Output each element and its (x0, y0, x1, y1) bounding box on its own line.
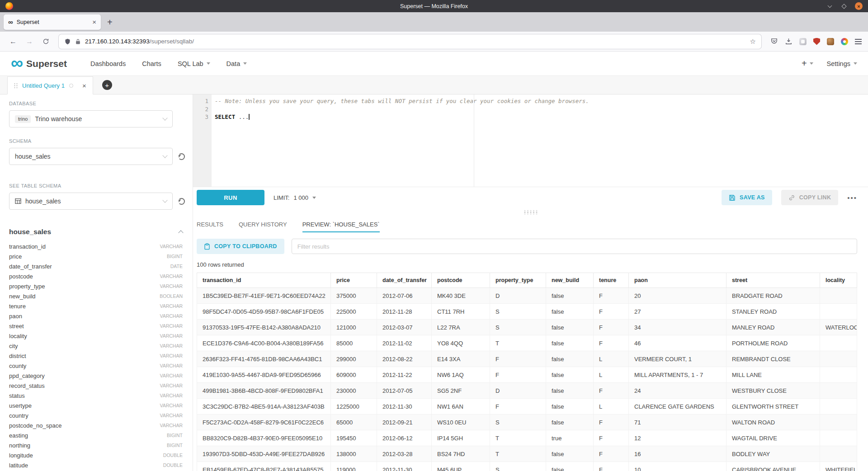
table-cell: 2012-11-22 (377, 367, 432, 383)
table-cell: NW6 1AQ (432, 367, 490, 383)
window-minimize-button[interactable] (826, 3, 833, 10)
table-select[interactable]: house_sales (9, 193, 173, 210)
column-header[interactable]: new_build (546, 273, 594, 288)
limit-dropdown[interactable]: LIMIT: 1 000 (274, 194, 316, 201)
schema-refresh-button[interactable] (178, 153, 185, 160)
column-header[interactable]: transaction_id (197, 273, 331, 288)
ublock-extension-icon[interactable] (813, 38, 820, 45)
schema-label: SCHEMA (9, 138, 184, 144)
column-name: latitude (9, 462, 28, 469)
browser-tab[interactable]: ∞ Superset × (4, 14, 101, 30)
table-cell: F (490, 399, 546, 414)
extension-puzzle-icon[interactable] (799, 38, 807, 45)
add-new-button[interactable]: + (802, 58, 813, 69)
superset-logo[interactable]: ∞ Superset (11, 58, 67, 69)
query-tab[interactable]: Untitled Query 1 × (7, 76, 93, 94)
schema-column-row: priceBIGINT (9, 251, 184, 261)
table-cell (820, 383, 857, 399)
tab-results[interactable]: RESULTS (197, 216, 223, 232)
new-tab-button[interactable]: + (107, 18, 113, 27)
add-query-tab-button[interactable]: + (102, 80, 112, 90)
settings-menu[interactable]: Settings (827, 60, 857, 67)
table-cell: F (594, 414, 629, 430)
results-header-row: transaction_idpricedate_of_transferpostc… (197, 273, 857, 288)
column-header[interactable]: paon (629, 273, 726, 288)
url-bar[interactable]: 217.160.120.143:32393/superset/sqllab/ ☆ (59, 34, 761, 49)
line-number: 2 (193, 105, 208, 113)
downloads-icon[interactable] (785, 38, 793, 45)
column-header[interactable]: tenure (594, 273, 629, 288)
pocket-icon[interactable] (770, 38, 778, 45)
query-tab-status-icon (69, 84, 73, 88)
caret-down-icon (854, 62, 857, 65)
copy-link-button[interactable]: COPY LINK (781, 190, 839, 205)
schema-column-row: cityVARCHAR (9, 341, 184, 351)
forward-button[interactable]: → (23, 35, 36, 48)
schema-column-row: date_of_transferDATE (9, 261, 184, 271)
run-button[interactable]: RUN (197, 190, 264, 205)
column-name: ppd_category (9, 372, 45, 379)
table-cell: 12 (629, 430, 726, 446)
column-type: VARCHAR (160, 373, 183, 378)
window-close-button[interactable]: × (855, 2, 863, 10)
table-cell: 2012-07-05 (377, 383, 432, 399)
table-cell (820, 367, 857, 383)
back-button[interactable]: ← (6, 35, 20, 48)
reload-button[interactable] (39, 35, 52, 48)
nav-dashboards[interactable]: Dashboards (90, 60, 126, 67)
table-row: 419E1030-9A55-4467-8DA9-9FED95D659666090… (197, 367, 857, 383)
schema-column-row: tenureVARCHAR (9, 301, 184, 311)
lock-icon[interactable] (75, 38, 81, 45)
tab-query-history[interactable]: QUERY HISTORY (239, 216, 287, 232)
column-name: price (9, 253, 22, 260)
table-cell: SG5 2NF (432, 383, 490, 399)
filter-results-input[interactable] (292, 239, 857, 254)
schema-column-row: transaction_idVARCHAR (9, 241, 184, 251)
monkey-extension-icon[interactable] (827, 38, 834, 45)
save-icon (729, 194, 736, 201)
copy-to-clipboard-button[interactable]: COPY TO CLIPBOARD (197, 239, 284, 254)
pinwheel-extension-icon[interactable] (841, 38, 848, 45)
app-header: ∞ Superset Dashboards Charts SQL Lab Dat… (0, 52, 868, 76)
table-cell: MILL APARTMENTS, 1 - 7 (629, 367, 726, 383)
table-cell: 98F5DC47-0D05-4D59-95B7-98CA6F1FDE05 (197, 304, 331, 320)
table-cell: 225000 (331, 304, 377, 320)
table-cell: 46 (629, 335, 726, 351)
column-name: transaction_id (9, 243, 46, 250)
column-header[interactable]: postcode (432, 273, 490, 288)
table-icon (15, 198, 21, 204)
sqllab-sidebar: DATABASE trino Trino warehouse SCHEMA ho… (0, 94, 193, 471)
table-name-header[interactable]: house_sales (9, 228, 184, 236)
more-options-button[interactable]: ••• (847, 194, 857, 202)
column-header[interactable]: locality (820, 273, 857, 288)
schema-column-row: latitudeDOUBLE (9, 460, 184, 470)
column-type: DOUBLE (163, 452, 183, 458)
table-cell: GLENTWORTH STREET (726, 399, 820, 414)
nav-data[interactable]: Data (226, 60, 247, 67)
column-name: postcode_no_space (9, 422, 61, 429)
column-header[interactable]: property_type (490, 273, 546, 288)
query-tab-close-icon[interactable]: × (82, 82, 86, 89)
bookmark-star-icon[interactable]: ☆ (750, 38, 756, 46)
save-as-button[interactable]: SAVE AS (722, 190, 772, 205)
column-header[interactable]: date_of_transfer (377, 273, 432, 288)
url-path: /superset/sqllab/ (150, 38, 194, 45)
menu-icon[interactable] (855, 41, 862, 42)
sql-editor[interactable]: -- Note: Unless you save your query, the… (212, 94, 868, 187)
tab-close-icon[interactable]: × (92, 19, 96, 25)
table-refresh-button[interactable] (178, 198, 185, 205)
table-cell: F (490, 351, 546, 367)
drag-handle-icon[interactable] (14, 83, 18, 89)
column-header[interactable]: street (726, 273, 820, 288)
column-header[interactable]: price (331, 273, 377, 288)
tab-preview-house-sales[interactable]: PREVIEW: `HOUSE_SALES` (302, 216, 380, 232)
window-maximize-button[interactable] (840, 3, 848, 10)
nav-charts[interactable]: Charts (142, 60, 161, 67)
database-select[interactable]: trino Trino warehouse (9, 110, 173, 127)
table-cell: true (546, 430, 594, 446)
table-cell: VERMEER COURT, 1 (629, 351, 726, 367)
shield-icon[interactable] (64, 38, 71, 45)
pane-resize-handle[interactable] (193, 208, 868, 216)
schema-select[interactable]: house_sales (9, 148, 173, 165)
nav-sql-lab[interactable]: SQL Lab (178, 60, 210, 67)
